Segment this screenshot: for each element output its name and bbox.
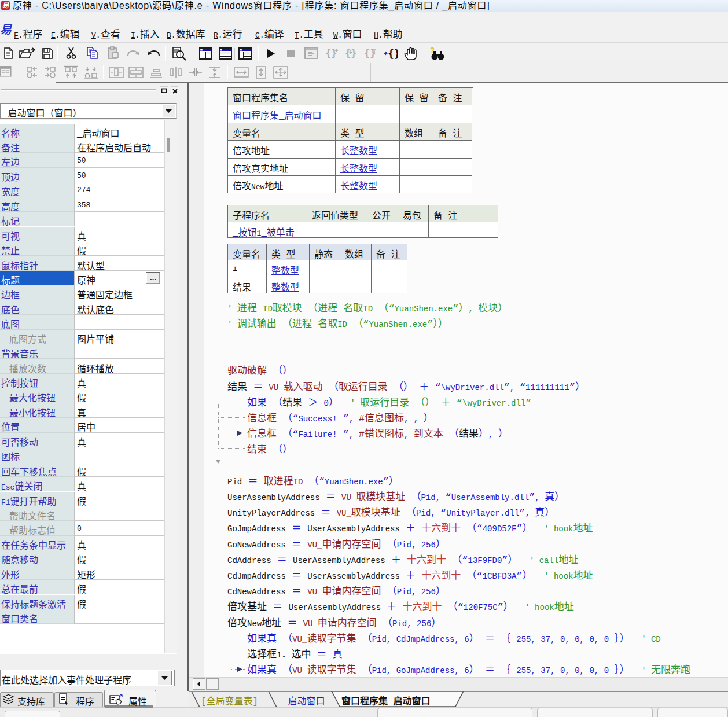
svg-text:{}: {} xyxy=(325,47,337,59)
svg-text:{}: {} xyxy=(388,47,398,60)
